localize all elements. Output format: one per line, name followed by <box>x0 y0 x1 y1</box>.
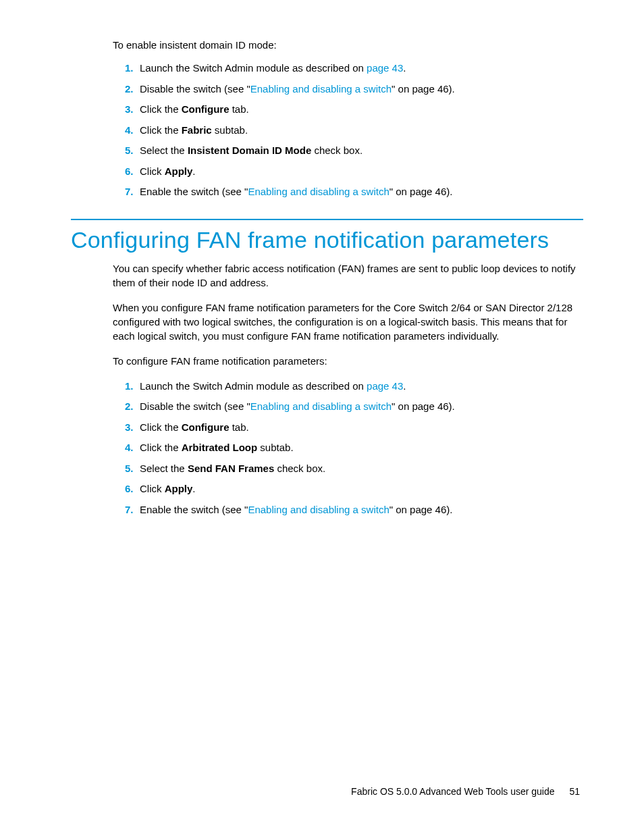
step-item: 2.Disable the switch (see "Enabling and … <box>125 82 583 97</box>
ui-element-label: Configure <box>182 103 230 115</box>
ui-element-label: Configure <box>182 421 230 433</box>
step-number: 5. <box>125 143 134 159</box>
section-heading: Configuring FAN frame notification param… <box>71 227 583 253</box>
step-number: 6. <box>125 481 134 497</box>
section2-para1: You can specify whether fabric access no… <box>113 261 583 290</box>
step-number: 1. <box>125 379 134 394</box>
step-number: 2. <box>125 399 134 415</box>
step-item: 2.Disable the switch (see "Enabling and … <box>125 399 583 415</box>
ui-element-label: Send FAN Frames <box>188 463 274 474</box>
step-item: 6.Click Apply. <box>125 164 583 180</box>
step-item: 3.Click the Configure tab. <box>125 102 583 118</box>
step-number: 3. <box>125 102 134 118</box>
section2-para2: When you configure FAN frame notificatio… <box>113 301 583 343</box>
section1-steps: 1.Launch the Switch Admin module as desc… <box>125 61 583 200</box>
step-item: 7.Enable the switch (see "Enabling and d… <box>125 502 583 518</box>
step-number: 7. <box>125 502 134 518</box>
section2-intro: To configure FAN frame notification para… <box>113 354 583 368</box>
step-item: 1.Launch the Switch Admin module as desc… <box>125 61 583 76</box>
cross-reference-link[interactable]: page 43 <box>367 380 403 392</box>
cross-reference-link[interactable]: Enabling and disabling a switch <box>248 504 389 515</box>
step-number: 2. <box>125 82 134 97</box>
cross-reference-link[interactable]: Enabling and disabling a switch <box>250 400 392 412</box>
ui-element-label: Arbitrated Loop <box>182 442 258 453</box>
ui-element-label: Apply <box>165 483 193 494</box>
section2-steps: 1.Launch the Switch Admin module as desc… <box>125 379 583 518</box>
section1-intro: To enable insistent domain ID mode: <box>113 39 583 51</box>
step-number: 7. <box>125 184 134 200</box>
step-number: 4. <box>125 123 134 138</box>
step-number: 4. <box>125 440 134 456</box>
step-item: 4.Click the Arbitrated Loop subtab. <box>125 440 583 456</box>
footer-page-number: 51 <box>569 786 580 797</box>
step-item: 5.Select the Insistent Domain ID Mode ch… <box>125 143 583 159</box>
step-number: 5. <box>125 461 134 477</box>
step-number: 1. <box>125 61 134 76</box>
ui-element-label: Insistent Domain ID Mode <box>188 145 311 156</box>
cross-reference-link[interactable]: Enabling and disabling a switch <box>250 83 392 95</box>
footer-title: Fabric OS 5.0.0 Advanced Web Tools user … <box>351 786 554 797</box>
ui-element-label: Fabric <box>182 124 212 136</box>
step-item: 6.Click Apply. <box>125 481 583 497</box>
cross-reference-link[interactable]: page 43 <box>367 62 403 74</box>
page-footer: Fabric OS 5.0.0 Advanced Web Tools user … <box>351 786 580 797</box>
section-divider <box>71 219 583 220</box>
step-item: 1.Launch the Switch Admin module as desc… <box>125 379 583 394</box>
step-number: 6. <box>125 164 134 180</box>
step-number: 3. <box>125 420 134 436</box>
step-item: 7.Enable the switch (see "Enabling and d… <box>125 184 583 200</box>
step-item: 4.Click the Fabric subtab. <box>125 123 583 138</box>
cross-reference-link[interactable]: Enabling and disabling a switch <box>248 186 389 197</box>
step-item: 3.Click the Configure tab. <box>125 420 583 436</box>
ui-element-label: Apply <box>165 165 193 177</box>
step-item: 5.Select the Send FAN Frames check box. <box>125 461 583 477</box>
